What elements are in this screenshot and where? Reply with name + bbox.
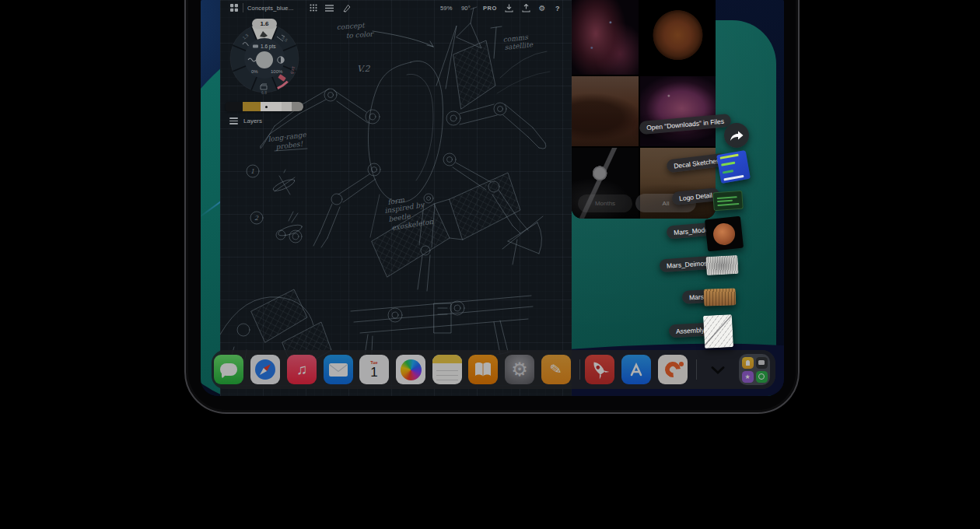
ipad-screen: concept to color V.2 comms satellite lon…	[201, 0, 784, 396]
dock-rocket-icon[interactable]	[585, 355, 614, 384]
mini-clock-icon	[756, 371, 768, 383]
dock-music-icon[interactable]: ♫	[287, 355, 317, 384]
notes-lines-shape	[436, 366, 458, 380]
dock-settings-icon[interactable]: ⚙	[505, 355, 534, 384]
mail-envelope-shape	[329, 363, 348, 377]
photos-dim-overlay	[572, 0, 716, 219]
concepts-window[interactable]: concept to color V.2 comms satellite lon…	[220, 0, 572, 396]
dock-appstore-icon[interactable]	[621, 355, 651, 384]
dock-photos-icon[interactable]	[396, 355, 425, 384]
dock-calendar-icon[interactable]: Tue 1	[359, 355, 389, 384]
dock-divider-1	[579, 359, 580, 380]
mini-tips-icon	[742, 357, 754, 369]
dock-chevron-down-icon[interactable]	[710, 366, 726, 375]
dock-messages-icon[interactable]	[214, 355, 243, 384]
c-app-dot-shape	[679, 362, 684, 366]
calendar-day: 1	[370, 366, 377, 379]
dock-safari-icon[interactable]	[250, 355, 280, 384]
screenshot-stage: concept to color V.2 comms satellite lon…	[0, 0, 980, 529]
photos-window[interactable]: Months All	[572, 0, 716, 219]
dock-mail-icon[interactable]	[324, 355, 353, 384]
messages-bubble-shape	[220, 363, 237, 376]
dock: ♫ Tue 1 ⚙ ✎	[212, 350, 775, 389]
dock-notes-icon[interactable]	[432, 355, 462, 384]
pen-glyph: ✎	[549, 360, 563, 379]
dock-divider-2	[696, 359, 697, 380]
rocket-shape	[588, 358, 611, 381]
books-book-shape	[474, 361, 492, 378]
dock-books-icon[interactable]	[468, 355, 498, 384]
safari-compass-shape	[254, 359, 276, 380]
mini-camera-icon	[756, 357, 768, 369]
concepts-dim-overlay	[220, 0, 572, 396]
notes-header-shape	[432, 355, 462, 363]
appstore-a-shape	[626, 359, 646, 380]
mini-star-icon: ★	[742, 371, 754, 383]
dock-c-app-icon[interactable]	[658, 355, 688, 384]
photos-flower-shape	[401, 359, 422, 380]
dock-app-library[interactable]: ★	[739, 354, 770, 385]
dock-sketch-pen-icon[interactable]: ✎	[541, 355, 571, 384]
